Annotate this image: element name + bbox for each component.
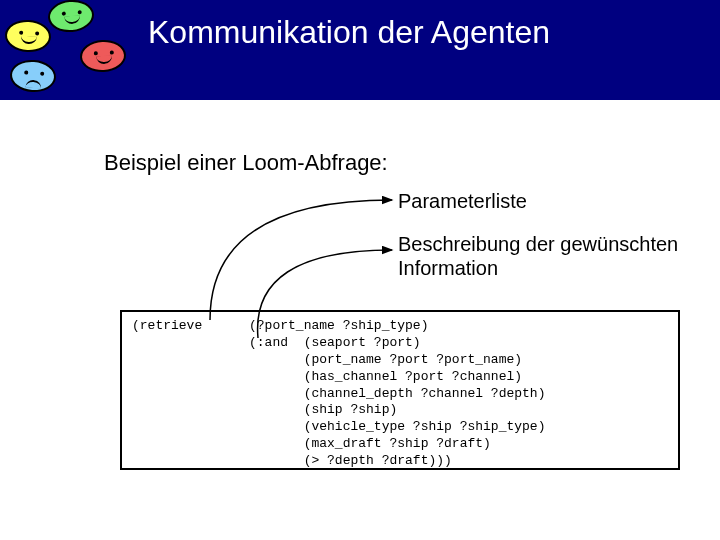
example-subtitle: Beispiel einer Loom-Abfrage: (104, 150, 388, 176)
code-block: (retrieve (?port_name ?ship_type) (:and … (120, 310, 680, 470)
annotation-parameter-list: Parameterliste (398, 190, 527, 213)
annotation-description: Beschreibung der gewünschten Information (398, 232, 720, 280)
page-title: Kommunikation der Agenten (148, 14, 550, 51)
